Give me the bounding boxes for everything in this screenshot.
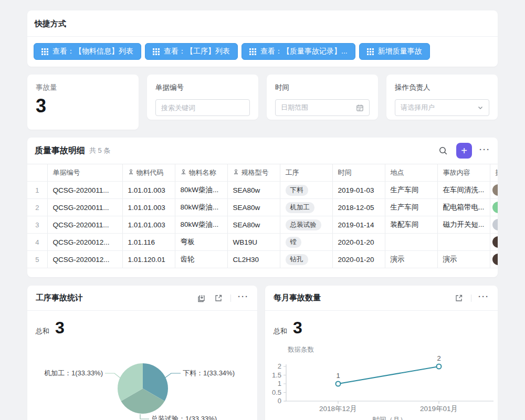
quick-button-view-process-list[interactable]: 查看：【工序】列表 — [145, 43, 238, 60]
column-header: 物料代码 — [122, 164, 175, 182]
avatar — [492, 219, 498, 230]
material-code-cell: 1.01.01.003 — [122, 216, 175, 234]
date-cell: 2020-01-20 — [332, 234, 385, 251]
quick-button-label: 新增质量事故 — [378, 47, 422, 56]
material-code-cell: 1.01.120.01 — [122, 251, 175, 268]
row-index-cell: 3 — [27, 216, 47, 234]
material-name-cell: 弯板 — [175, 234, 227, 251]
grid-icon — [249, 48, 256, 55]
table-row[interactable]: 3QCSG-2020011...1.01.01.00380kW柴油...SEA8… — [27, 216, 498, 234]
time-filter-card: 时间 日期范围 — [267, 75, 378, 120]
divider — [471, 295, 471, 302]
relation-field-icon — [181, 169, 186, 177]
quick-button-view-material-list[interactable]: 查看：【物料信息】列表 — [34, 43, 141, 60]
material-code-cell: 1.01.01.003 — [122, 182, 175, 199]
axis-lines — [286, 364, 494, 401]
process-tag: 钻孔 — [286, 254, 308, 265]
pie-chart-title: 工序事故统计 — [36, 293, 83, 303]
quick-button-label: 查看：【物料信息】列表 — [52, 47, 133, 56]
location-cell: 生产车间 — [385, 199, 437, 216]
date-cell: 2018-12-05 — [332, 199, 385, 216]
table-title: 质量事故明细 — [35, 145, 85, 156]
column-header: 物料名称 — [175, 164, 227, 182]
doc-no-cell: QCSG-2020012... — [47, 234, 122, 251]
spec-cell: SEA80w — [227, 182, 280, 199]
avatar — [492, 184, 498, 196]
add-record-button[interactable]: + — [456, 143, 472, 159]
data-point — [336, 382, 341, 386]
operator-cell — [490, 216, 498, 234]
line-total: 总和 3 — [274, 318, 302, 338]
grid-icon — [41, 48, 48, 55]
row-index-header — [27, 164, 47, 182]
table-row[interactable]: 5QCSG-2020012...1.01.120.01齿轮CL2H30钻孔202… — [27, 251, 498, 268]
more-options-icon[interactable]: ··· — [478, 292, 489, 303]
content-cell — [437, 234, 490, 251]
doc-no-search-field — [155, 99, 250, 116]
pie-slice-label: 总装试验：1(33.33%) — [151, 415, 217, 420]
pie-total-label: 总和 — [36, 327, 49, 336]
relation-field-icon — [128, 169, 134, 177]
line-series — [338, 366, 439, 384]
search-icon[interactable] — [437, 145, 449, 156]
date-range-placeholder: 日期范围 — [281, 103, 353, 112]
material-code-cell: 1.01.01.003 — [122, 199, 175, 216]
location-cell: 演示 — [385, 251, 437, 268]
doc-no-cell: QCSG-2020011... — [47, 216, 122, 234]
date-range-picker[interactable]: 日期范围 — [275, 99, 370, 116]
line-card-actions: ··· — [454, 292, 489, 303]
pie-leader-line — [105, 373, 122, 380]
location-cell: 装配车间 — [385, 216, 437, 234]
table-header-bar: 质量事故明细 共 5 条 + ··· — [27, 138, 498, 164]
content-cell: 磁力开关短... — [437, 216, 490, 234]
table-row[interactable]: 2QCSG-2020011...1.01.01.00380kW柴油...SEA8… — [27, 199, 498, 216]
quick-button-add-quality-accident[interactable]: 新增质量事故 — [359, 43, 430, 60]
content-cell: 演示 — [437, 251, 490, 268]
pie-card-actions: ··· — [196, 292, 249, 303]
open-external-icon[interactable] — [213, 293, 224, 303]
material-name-cell: 80kW柴油... — [175, 182, 227, 199]
filter-row: 事故量 3 单据编号 时间 日期范围 操作负责人 请选择用户 — [27, 75, 498, 130]
time-filter-label: 时间 — [275, 83, 370, 92]
divider — [230, 295, 231, 302]
operator-cell — [490, 182, 498, 199]
grid-icon — [367, 48, 374, 55]
table-row[interactable]: 1QCSG-2020011...1.01.01.00380kW柴油...SEA8… — [27, 182, 498, 199]
table-record-count: 共 5 条 — [89, 146, 110, 155]
download-icon[interactable] — [196, 293, 206, 303]
material-name-cell: 齿轮 — [175, 251, 227, 268]
calendar-icon — [356, 104, 364, 112]
accident-count-value: 3 — [36, 97, 130, 116]
doc-no-search-input[interactable] — [161, 104, 244, 112]
quick-buttons-row: 查看：【物料信息】列表 查看：【工序】列表 查看：【质量事故记录】... 新增质… — [27, 37, 498, 60]
doc-no-filter-card: 单据编号 — [147, 75, 258, 120]
doc-no-cell: QCSG-2020011... — [47, 182, 122, 199]
operator-cell — [490, 251, 498, 268]
table-actions: + ··· — [437, 143, 490, 159]
data-point — [437, 364, 442, 369]
table-row[interactable]: 4QCSG-2020012...1.01.116弯板WB19U镗2020-01-… — [27, 234, 498, 251]
operator-select[interactable]: 请选择用户 — [395, 99, 489, 116]
material-code-cell: 1.01.116 — [122, 234, 175, 251]
quick-button-label: 查看：【工序】列表 — [164, 47, 230, 56]
open-external-icon[interactable] — [454, 293, 464, 303]
quick-actions-title: 快捷方式 — [27, 10, 498, 37]
column-header: 单据编号 — [47, 164, 122, 182]
process-cell: 总装试验 — [280, 216, 332, 234]
operator-filter-label: 操作负责人 — [395, 83, 489, 92]
operator-select-placeholder: 请选择用户 — [401, 103, 474, 112]
pie-leader-line — [140, 414, 149, 419]
avatar — [492, 202, 498, 213]
more-options-icon[interactable]: ··· — [479, 145, 490, 156]
y-tick-label: 1 — [278, 380, 281, 387]
plus-icon: + — [461, 145, 467, 156]
quick-button-view-quality-records[interactable]: 查看：【质量事故记录】... — [242, 43, 355, 60]
y-axis-title: 数据条数 — [288, 346, 314, 353]
process-cell: 钻孔 — [280, 251, 332, 268]
more-options-icon[interactable]: ··· — [238, 292, 249, 303]
column-header: 操作负责人 — [490, 164, 498, 182]
process-cell: 机加工 — [280, 199, 332, 216]
row-index-cell: 5 — [27, 251, 47, 268]
pie-total-value: 3 — [55, 318, 65, 338]
doc-no-filter-label: 单据编号 — [155, 83, 250, 92]
